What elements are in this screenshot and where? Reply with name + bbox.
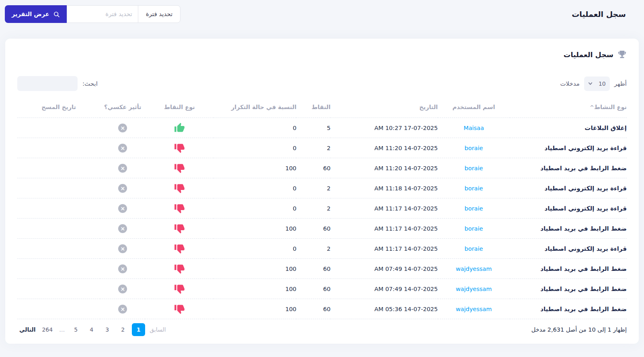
cell-scan-date [17, 299, 100, 319]
card-footer: إظهار 1 إلى 10 من أصل 2,631 مدخل السابق … [17, 319, 627, 336]
cell-date: AM 07:49 14-07-2025 [330, 259, 438, 279]
cell-adverse-effect: × [100, 118, 145, 138]
cell-adverse-effect: × [100, 219, 145, 239]
period-range-input[interactable]: تحديد فترة [67, 6, 138, 23]
header-activity-type[interactable]: نوع النشاط^ [510, 99, 627, 118]
cell-date: AM 05:36 14-07-2025 [330, 299, 438, 319]
cell-username: boraie [438, 239, 510, 259]
user-link[interactable]: boraie [465, 246, 483, 252]
header-points[interactable]: النقاط [296, 99, 330, 118]
x-circle-icon: × [118, 264, 127, 273]
x-circle-icon: × [118, 285, 127, 293]
cell-scan-date [17, 279, 100, 299]
cell-points-type [145, 178, 213, 198]
search-box: ابحث: [17, 76, 98, 91]
cell-repeat-rate: 100 [213, 259, 296, 279]
x-circle-icon: × [118, 204, 127, 213]
header-adverse-effect[interactable]: تأثير عكسي؟ [100, 99, 145, 118]
header-repeat-rate[interactable]: النسبة في حالة التكرار [213, 99, 296, 118]
pagination-next[interactable]: التالي [17, 323, 37, 336]
filter-cluster: تحديد فترة تحديد فترة عرض التقرير [5, 5, 180, 23]
cell-points-type [145, 299, 213, 319]
header-points-type[interactable]: نوع النقاط [145, 99, 213, 118]
cell-username: boraie [438, 158, 510, 178]
cell-points-type [145, 239, 213, 259]
user-link[interactable]: wajdyessam [456, 266, 492, 272]
cell-points-type [145, 219, 213, 239]
operations-log-card: سجل العمليات أظهر 10 مدخلات ابحث: ن [5, 39, 639, 344]
cell-username: boraie [438, 198, 510, 219]
cell-date: AM 11:18 14-07-2025 [330, 178, 438, 198]
cell-repeat-rate: 0 [213, 239, 296, 259]
period-select-button[interactable]: تحديد فترة [138, 6, 180, 23]
cell-scan-date [17, 239, 100, 259]
pagination: السابق 12345…264 التالي [17, 323, 168, 336]
cell-scan-date [17, 178, 100, 198]
view-report-button[interactable]: عرض التقرير [5, 5, 67, 23]
cell-activity-type: ضغط الرابط في بريد اصطياد [510, 219, 627, 239]
page-title: سجل العمليات [572, 10, 626, 19]
toolbar: سجل العمليات تحديد فترة تحديد فترة عرض ا… [0, 0, 644, 23]
pagination-prev[interactable]: السابق [148, 323, 168, 336]
user-link[interactable]: boraie [465, 205, 483, 212]
cell-adverse-effect: × [100, 178, 145, 198]
cell-adverse-effect: × [100, 138, 145, 158]
user-link[interactable]: boraie [465, 145, 483, 151]
pagination-page-1[interactable]: 1 [132, 323, 145, 336]
show-entries-label-before: أظهر [614, 80, 627, 87]
pagination-page-4[interactable]: 4 [85, 323, 98, 336]
pagination-page-5[interactable]: 5 [69, 323, 82, 336]
user-link[interactable]: wajdyessam [456, 306, 492, 312]
table-row: ضغط الرابط في بريد اصطيادwajdyessamAM 05… [17, 299, 627, 319]
cell-points: 60 [296, 259, 330, 279]
cell-points-type [145, 198, 213, 219]
cell-username: wajdyessam [438, 299, 510, 319]
cell-points: 60 [296, 158, 330, 178]
thumb-down-icon [174, 183, 185, 194]
cell-repeat-rate: 100 [213, 279, 296, 299]
header-date[interactable]: التاريخ [330, 99, 438, 118]
x-circle-icon: × [118, 305, 127, 314]
user-link[interactable]: boraie [465, 185, 483, 192]
cell-points: 60 [296, 219, 330, 239]
header-scan-date[interactable]: تاريخ المسح [17, 99, 100, 118]
cell-points-type [145, 158, 213, 178]
cell-username: wajdyessam [438, 259, 510, 279]
user-link[interactable]: boraie [465, 225, 483, 232]
table-body: إغلاق البلاغاتMaisaaAM 10:27 17-07-20255… [17, 118, 627, 319]
user-link[interactable]: Maisaa [464, 125, 484, 131]
pagination-page-3[interactable]: 3 [100, 323, 114, 336]
cell-repeat-rate: 100 [213, 299, 296, 319]
thumb-down-icon [174, 223, 185, 234]
pagination-page-2[interactable]: 2 [116, 323, 129, 336]
card-header: سجل العمليات [17, 50, 627, 59]
cell-repeat-rate: 0 [213, 118, 296, 138]
pagination-info: إظهار 1 إلى 10 من أصل 2,631 مدخل [531, 326, 627, 333]
thumb-down-icon [174, 142, 185, 153]
page-size-select[interactable]: 10 [584, 76, 610, 91]
user-link[interactable]: boraie [465, 165, 483, 171]
pagination-page-264[interactable]: 264 [40, 323, 55, 336]
cell-repeat-rate: 100 [213, 219, 296, 239]
chevron-down-icon [588, 81, 593, 86]
thumb-down-icon [174, 303, 185, 314]
user-link[interactable]: wajdyessam [456, 286, 492, 292]
header-username[interactable]: اسم المستخدم [438, 99, 510, 118]
cell-points: 2 [296, 138, 330, 158]
x-circle-icon: × [118, 244, 127, 253]
cell-points: 5 [296, 118, 330, 138]
cell-username: boraie [438, 138, 510, 158]
cell-adverse-effect: × [100, 279, 145, 299]
search-input[interactable] [17, 76, 78, 91]
page-size-value: 10 [599, 80, 606, 87]
table-row: قراءة بريد إلكتروني اصطيادboraieAM 11:17… [17, 239, 627, 259]
date-range-picker: تحديد فترة تحديد فترة [67, 5, 180, 23]
pagination-ellipsis: … [57, 323, 67, 336]
cell-scan-date [17, 158, 100, 178]
cell-repeat-rate: 0 [213, 138, 296, 158]
x-circle-icon: × [118, 124, 127, 132]
sort-asc-indicator: ^ [590, 104, 594, 110]
cell-date: AM 11:17 14-07-2025 [330, 198, 438, 219]
cell-points: 2 [296, 198, 330, 219]
table-header-row: نوع النشاط^ اسم المستخدم التاريخ النقاط … [17, 99, 627, 118]
